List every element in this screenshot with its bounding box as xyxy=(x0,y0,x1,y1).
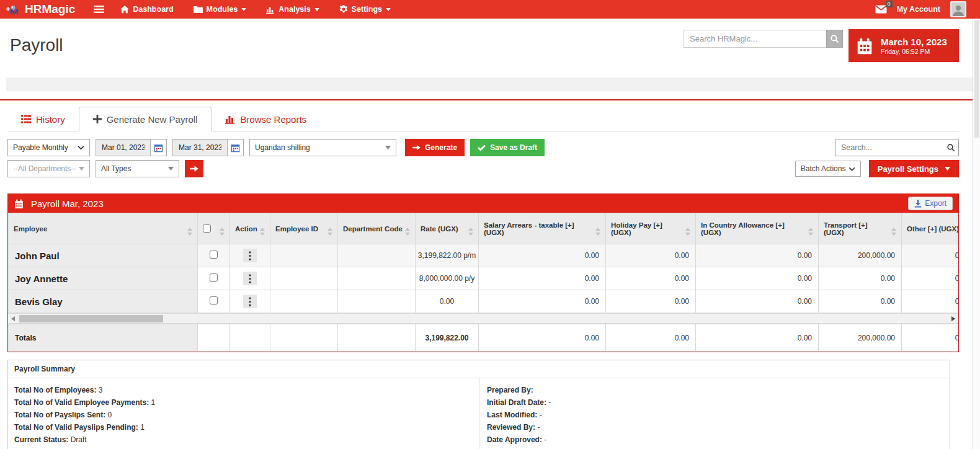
sort-icon[interactable] xyxy=(405,228,410,236)
nav-item-modules[interactable]: Modules xyxy=(194,5,247,14)
select-all-checkbox[interactable] xyxy=(203,225,211,233)
app-logo[interactable]: HRMagic xyxy=(6,2,75,16)
date-to-field xyxy=(172,139,244,156)
tab-label: History xyxy=(36,114,65,125)
row-checkbox[interactable] xyxy=(210,296,218,305)
sort-icon[interactable] xyxy=(808,228,813,236)
transport-cell: 0.00 xyxy=(819,267,902,290)
tab-browse-reports[interactable]: Browse Reports xyxy=(212,107,320,131)
currency-value: Ugandan shilling xyxy=(255,143,310,152)
date-to-input[interactable] xyxy=(172,139,227,156)
column-header[interactable]: Employee xyxy=(9,213,198,244)
date-from-picker-button[interactable] xyxy=(150,139,167,156)
bar-chart-icon xyxy=(266,6,275,14)
row-checkbox[interactable] xyxy=(210,273,218,282)
scroll-left-arrow-icon[interactable] xyxy=(11,316,15,321)
batch-actions-value: Batch Actions xyxy=(801,164,846,173)
summary-label: Current Status: xyxy=(14,435,68,444)
column-header[interactable]: In Country Allowance [+] (UGX) xyxy=(696,213,819,244)
summary-item: Last Modified: - xyxy=(487,409,943,421)
avatar[interactable] xyxy=(950,1,966,17)
table-header-row: EmployeeActionEmployee IDDepartment Code… xyxy=(9,213,960,244)
nav-item-settings[interactable]: Settings xyxy=(339,5,391,14)
table-search-field xyxy=(835,140,959,156)
summary-item: Total No of Valid Employee Payments: 1 xyxy=(14,396,473,409)
check-icon xyxy=(478,144,486,151)
row-checkbox-cell xyxy=(198,290,230,313)
horizontal-scrollbar[interactable] xyxy=(8,313,958,324)
folder-icon xyxy=(194,6,203,13)
column-label: Department Code xyxy=(343,225,403,233)
page-scrollbar-thumb[interactable] xyxy=(974,20,979,138)
summary-label: Initial Draft Date: xyxy=(487,398,546,407)
summary-left-column: Total No of Employees: 3Total No of Vali… xyxy=(8,378,479,449)
sort-icon[interactable] xyxy=(220,228,225,236)
column-header[interactable]: Rate (UGX) xyxy=(416,213,479,244)
table-search-input[interactable] xyxy=(835,143,947,152)
totals-label-cell: Totals xyxy=(9,324,198,352)
nav-item-analysis[interactable]: Analysis xyxy=(266,5,319,14)
sort-icon[interactable] xyxy=(891,228,896,236)
column-label: Salary Arrears - taxable [+] (UGX) xyxy=(484,221,593,236)
salary-arrears-cell: 0.00 xyxy=(479,290,606,313)
sort-icon[interactable] xyxy=(595,228,600,236)
currency-select[interactable]: Ugandan shilling xyxy=(249,139,396,156)
list-icon xyxy=(21,115,31,123)
column-header[interactable] xyxy=(198,213,230,244)
scroll-right-arrow-icon[interactable] xyxy=(951,316,955,321)
sort-icon[interactable] xyxy=(685,228,690,236)
departments-select[interactable]: --All Departments-- xyxy=(7,160,90,177)
export-button[interactable]: Export xyxy=(908,197,953,210)
caret-down-icon xyxy=(168,167,174,171)
column-header[interactable]: Transport [+] (UGX) xyxy=(819,213,902,244)
totals-other-cell: 0.00 xyxy=(902,324,960,352)
column-header[interactable]: Action xyxy=(230,213,270,244)
row-actions-button[interactable] xyxy=(243,295,257,308)
hamburger-menu-icon[interactable] xyxy=(94,5,104,14)
other-cell: 0.00 xyxy=(902,290,960,313)
sort-icon[interactable] xyxy=(260,228,265,236)
row-actions-button[interactable] xyxy=(243,272,257,285)
main-nav: DashboardModulesAnalysisSettings xyxy=(120,5,391,14)
column-header[interactable]: Other [+] (UGX) xyxy=(902,213,960,244)
summary-value: - xyxy=(548,398,551,407)
calendar-picker-icon xyxy=(154,143,163,153)
global-search-input[interactable] xyxy=(684,30,826,48)
payable-period-select[interactable]: Payable Monthly xyxy=(7,139,90,156)
generate-button[interactable]: Generate xyxy=(405,139,465,156)
apply-filters-button[interactable] xyxy=(185,160,203,177)
column-header[interactable]: Salary Arrears - taxable [+] (UGX) xyxy=(479,213,606,244)
types-select[interactable]: All Types xyxy=(96,160,179,177)
payroll-settings-button[interactable]: Payroll Settings xyxy=(869,160,959,177)
table-row: Bevis Glay0.000.000.000.000.000.00 xyxy=(9,290,960,313)
department-code-cell xyxy=(338,244,416,267)
column-header[interactable]: Employee ID xyxy=(270,213,338,244)
row-checkbox[interactable] xyxy=(210,251,218,259)
messages-button[interactable]: 0 xyxy=(875,5,887,14)
date-to-picker-button[interactable] xyxy=(227,139,244,156)
search-icon[interactable] xyxy=(947,143,960,152)
tab-generate-new-payroll[interactable]: Generate New Payroll xyxy=(79,107,212,131)
caret-down-icon xyxy=(79,167,84,171)
row-actions-button[interactable] xyxy=(243,249,257,262)
save-draft-label: Save as Draft xyxy=(490,143,537,152)
summary-item: Total No of Valid Payslips Pending: 1 xyxy=(14,421,473,433)
calendar-icon xyxy=(855,37,874,55)
my-account-link[interactable]: My Account xyxy=(897,5,940,14)
tab-history[interactable]: History xyxy=(7,107,79,131)
sort-icon[interactable] xyxy=(468,228,473,236)
summary-item: Current Status: Draft xyxy=(14,433,473,446)
nav-item-dashboard[interactable]: Dashboard xyxy=(120,5,173,14)
sort-icon[interactable] xyxy=(187,228,192,236)
summary-title: Payroll Summary xyxy=(8,360,950,378)
column-header[interactable]: Department Code xyxy=(338,213,416,244)
sort-icon[interactable] xyxy=(327,228,332,236)
global-search-button[interactable] xyxy=(826,30,843,48)
page-scrollbar[interactable] xyxy=(973,19,980,449)
save-as-draft-button[interactable]: Save as Draft xyxy=(470,139,545,156)
batch-actions-select[interactable]: Batch Actions xyxy=(795,161,861,177)
holiday-pay-cell: 0.00 xyxy=(606,267,696,290)
date-from-input[interactable] xyxy=(96,139,150,156)
horizontal-scrollbar-thumb[interactable] xyxy=(19,315,163,322)
column-header[interactable]: Holiday Pay [+] (UGX) xyxy=(606,213,696,244)
